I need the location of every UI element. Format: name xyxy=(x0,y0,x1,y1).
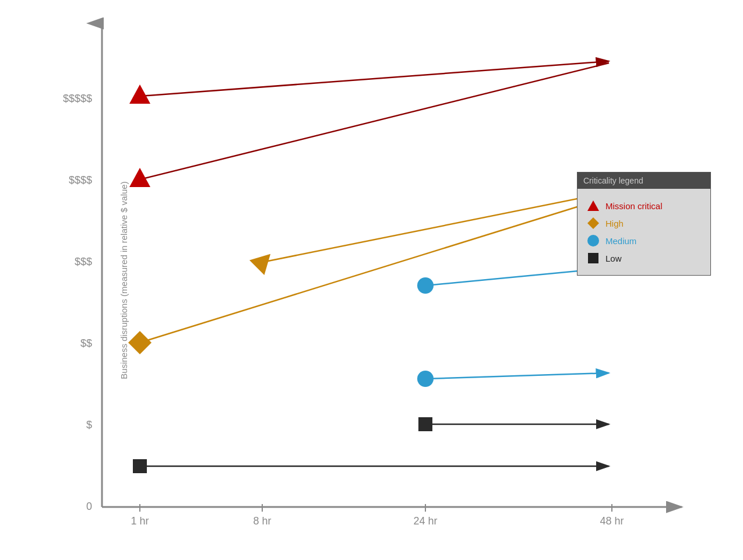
high-line-lower xyxy=(140,197,609,343)
legend-item-high: High xyxy=(586,217,702,230)
mission-critical-line-bottom xyxy=(140,63,609,179)
y-tick-3: $$$ xyxy=(75,256,92,267)
svg-marker-11 xyxy=(587,217,599,229)
legend-body: Mission critical High Medium xyxy=(578,189,710,275)
svg-marker-10 xyxy=(587,200,599,211)
medium-circle-lower xyxy=(417,371,434,387)
mission-critical-triangle-top xyxy=(129,84,150,104)
legend-label-high: High xyxy=(605,219,624,228)
y-tick-2: $$ xyxy=(80,337,92,349)
x-tick-8hr: 8 hr xyxy=(253,515,271,527)
y-tick-0: 0 xyxy=(86,501,92,512)
y-axis-label: Business disruptions (measured in relati… xyxy=(119,164,129,397)
legend-label-low: Low xyxy=(605,253,622,263)
svg-rect-13 xyxy=(588,253,598,263)
x-tick-1hr: 1 hr xyxy=(131,515,149,527)
legend-diamond-icon xyxy=(586,217,601,230)
legend-item-mission-critical: Mission critical xyxy=(586,199,702,212)
mission-critical-line-top xyxy=(140,61,609,96)
x-tick-48hr: 48 hr xyxy=(600,515,624,527)
medium-line-lower xyxy=(425,373,609,379)
y-tick-5: $$$$$ xyxy=(63,93,92,104)
y-tick-4: $$$$ xyxy=(69,174,92,186)
legend-item-low: Low xyxy=(586,252,702,265)
legend-label-medium: Medium xyxy=(605,236,636,246)
high-line-upper xyxy=(262,192,609,262)
high-diamond-lower xyxy=(128,331,152,354)
y-tick-1: $ xyxy=(86,419,92,431)
main-chart: 1 hr 8 hr 24 hr 48 hr 0 $ $$ $$$ $$$$ $$… xyxy=(0,0,743,560)
low-square-upper xyxy=(418,417,432,431)
medium-circle-upper xyxy=(417,277,434,294)
legend-title: Criticality legend xyxy=(578,172,710,189)
legend-circle-icon xyxy=(586,234,601,247)
legend-label-mission-critical: Mission critical xyxy=(605,201,663,211)
low-square-lower xyxy=(133,459,147,473)
svg-point-12 xyxy=(587,235,599,246)
legend-item-medium: Medium xyxy=(586,234,702,247)
high-diamond-upper xyxy=(249,246,278,275)
legend-square-icon xyxy=(586,252,601,265)
x-tick-24hr: 24 hr xyxy=(413,515,437,527)
chart-container: 1 hr 8 hr 24 hr 48 hr 0 $ $$ $$$ $$$$ $$… xyxy=(0,0,743,560)
legend-box: Criticality legend Mission critical High xyxy=(577,172,711,276)
legend-triangle-icon xyxy=(586,199,601,212)
